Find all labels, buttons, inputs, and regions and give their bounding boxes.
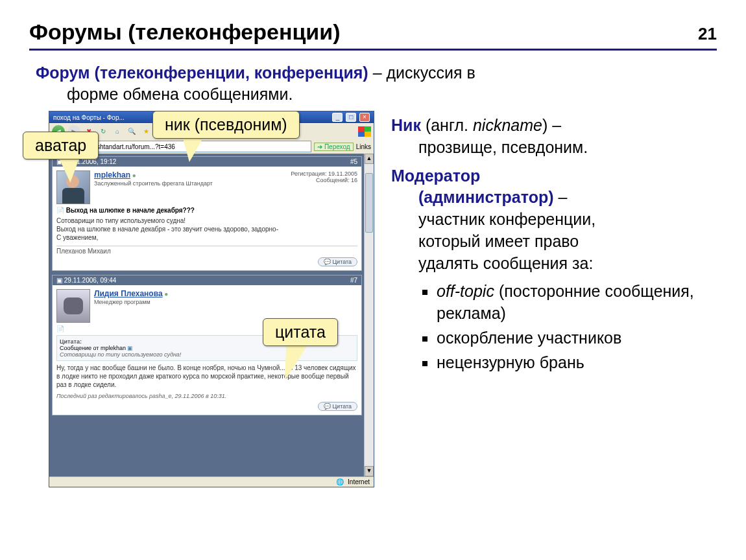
fav-icon[interactable]: ★ bbox=[140, 126, 152, 137]
term-nick: Ник bbox=[391, 116, 421, 134]
header-bar: Форумы (телеконференции) 21 bbox=[29, 19, 717, 51]
scroll-down-icon[interactable]: ▼ bbox=[365, 466, 374, 476]
list-item: оскорбление участников bbox=[437, 327, 717, 349]
search-icon[interactable]: 🔍 bbox=[126, 126, 138, 137]
edited-note: Последний раз редактировалось pasha_e, 2… bbox=[56, 393, 357, 399]
quote-button[interactable]: 💬 Цитата bbox=[318, 402, 357, 411]
view-post-icon[interactable]: ▣ bbox=[127, 345, 133, 351]
go-button[interactable]: ➔ Переход bbox=[314, 143, 354, 151]
user-rank: Заслуженный строитель фрегата Штандарт bbox=[94, 180, 213, 187]
forum-post: ▣ 21.11.2006, 19:12 #5 mplekhan ● Заслуж… bbox=[52, 156, 362, 271]
window-title: поход на Форты - Фор... bbox=[53, 114, 125, 121]
online-status-icon: ● bbox=[132, 172, 136, 179]
statusbar: 🌐 Internet bbox=[49, 476, 374, 487]
internet-zone-icon: 🌐 bbox=[336, 478, 344, 485]
refresh-icon[interactable]: ↻ bbox=[97, 126, 109, 137]
scroll-thumb[interactable] bbox=[365, 173, 373, 233]
online-status-icon: ● bbox=[164, 290, 168, 298]
page-title: Форумы (телеконференции) bbox=[29, 19, 340, 45]
home-icon[interactable]: ⌂ bbox=[112, 126, 123, 137]
user-meta: Регистрация: 19.11.2005 Сообщений: 16 bbox=[291, 170, 357, 204]
quote-button[interactable]: 💬 Цитата bbox=[318, 257, 357, 266]
close-button[interactable]: × bbox=[359, 113, 370, 122]
page-content: ▲ ▼ ▣ 21.11.2006, 19:12 #5 bbox=[49, 154, 374, 476]
post-subject: 📄 Выход на шлюпке в начале декабря??? bbox=[56, 207, 357, 214]
intro-term: Форум (телеконференции, конференция) bbox=[36, 64, 368, 82]
page-number: 21 bbox=[698, 24, 717, 44]
scroll-up-icon[interactable]: ▲ bbox=[365, 154, 374, 164]
list-item: нецензурную брань bbox=[437, 352, 717, 374]
post-date: 29.11.2006, 09:44 bbox=[64, 277, 117, 284]
intro-paragraph: Форум (телеконференции, конференция) – д… bbox=[36, 62, 717, 104]
term-moderator: Модератор bbox=[391, 167, 480, 185]
scrollbar[interactable]: ▲ ▼ bbox=[364, 154, 374, 476]
user-nick-link[interactable]: Лидия Плеханова bbox=[94, 289, 163, 298]
moderator-reasons-list: off-topic (посторонние сообщения, реклам… bbox=[391, 281, 717, 373]
post-body-text: Ну, тогда у нас вообще башни не было. В … bbox=[56, 364, 357, 389]
post-number: #7 bbox=[350, 277, 357, 284]
user-rank: Менеджер программ bbox=[94, 299, 150, 305]
min-button[interactable]: _ bbox=[332, 113, 343, 122]
windows-logo-icon bbox=[358, 126, 371, 137]
browser-window: поход на Форты - Фор... _ □ × ◄ ► ✖ ↻ ⌂ … bbox=[49, 111, 374, 487]
callout-avatar-tail bbox=[60, 156, 84, 184]
callout-quote: цитата bbox=[263, 318, 338, 346]
avatar[interactable] bbox=[56, 289, 90, 323]
callout-nick: ник (псевдоним) bbox=[152, 111, 300, 139]
post-number: #5 bbox=[350, 158, 357, 165]
status-text: Internet bbox=[348, 478, 370, 485]
callout-avatar: аватар bbox=[23, 132, 99, 159]
list-item: off-topic (посторонние сообщения, реклам… bbox=[437, 281, 717, 325]
user-nick-link[interactable]: mplekhan bbox=[94, 170, 130, 180]
links-label[interactable]: Links bbox=[356, 143, 371, 150]
post-body-text: Сотоварищи по типу используемого судна! … bbox=[56, 216, 357, 242]
definitions: Ник (англ. nickname) – прозвище, псевдон… bbox=[391, 111, 717, 376]
max-button[interactable]: □ bbox=[346, 113, 356, 122]
signature: Плеханов Михаил bbox=[56, 246, 357, 255]
